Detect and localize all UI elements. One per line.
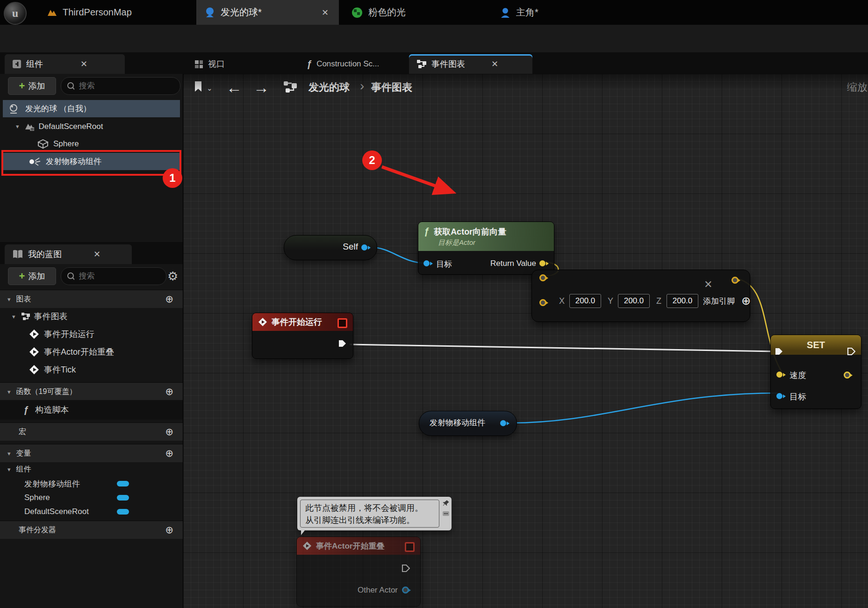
disable-toggle[interactable] bbox=[337, 318, 347, 328]
tab-main-character[interactable]: 主角* bbox=[500, 0, 538, 25]
set-target-input-pin[interactable] bbox=[776, 393, 782, 399]
chevron-down-icon[interactable]: ⌄ bbox=[207, 84, 213, 93]
caret-down-icon[interactable]: ▾ bbox=[16, 123, 19, 130]
exec-out-pin[interactable] bbox=[402, 564, 410, 572]
asset-tab-bar: u ThirdPersonMap 发光的球* ✕ 粉色的光 主角* bbox=[0, 0, 868, 25]
my-blueprint-search[interactable] bbox=[61, 267, 166, 285]
components-search-input[interactable] bbox=[78, 81, 174, 91]
node-event-beginplay[interactable]: 事件开始运行 bbox=[252, 313, 353, 359]
event-node-icon bbox=[29, 365, 39, 375]
exec-out-pin[interactable] bbox=[847, 347, 855, 356]
close-icon[interactable]: ✕ bbox=[80, 59, 87, 69]
velocity-input-pin[interactable] bbox=[776, 372, 782, 378]
row-event-actoroverlap[interactable]: 事件Actor开始重叠 bbox=[0, 343, 183, 361]
node-self[interactable]: Self bbox=[284, 235, 377, 260]
velocity-output-pin[interactable] bbox=[844, 372, 851, 379]
add-component-button[interactable]: + 添加 bbox=[8, 77, 56, 95]
nav-back-icon[interactable]: ← bbox=[226, 79, 242, 97]
x-value-field[interactable] bbox=[569, 294, 601, 308]
exec-in-pin[interactable] bbox=[775, 347, 783, 356]
multiply-input-b-pin[interactable] bbox=[539, 299, 546, 306]
node-event-actor-begin-overlap[interactable]: 事件Actor开始重叠 Other Actor bbox=[296, 536, 421, 607]
event-graph-icon bbox=[416, 59, 427, 69]
variable-row-projectile[interactable]: 发射物移动组件 bbox=[0, 477, 183, 491]
node-projectile-movement-getter[interactable]: 发射物移动组件 bbox=[419, 411, 517, 436]
tab-my-blueprint[interactable]: 我的蓝图 ✕ bbox=[5, 244, 132, 264]
row-event-graph[interactable]: ▾ 事件图表 bbox=[0, 308, 183, 325]
object-type-pill[interactable] bbox=[117, 509, 129, 515]
row-event-beginplay[interactable]: 事件开始运行 bbox=[0, 325, 183, 343]
my-blueprint-search-input[interactable] bbox=[78, 271, 160, 281]
tab-event-graph[interactable]: 事件图表 ✕ bbox=[409, 54, 532, 74]
row-construction-script[interactable]: ƒ 构造脚本 bbox=[0, 400, 183, 420]
z-value-field[interactable] bbox=[667, 294, 698, 308]
annotation-step-1: 1 bbox=[163, 168, 182, 188]
bookmark-icon[interactable] bbox=[194, 80, 205, 93]
section-functions[interactable]: ▾ 函数（19可覆盖） ⊕ bbox=[0, 382, 183, 401]
breadcrumb-root[interactable]: 发光的球 bbox=[308, 80, 350, 94]
add-dispatcher-icon[interactable]: ⊕ bbox=[165, 524, 173, 536]
blueprint-settings-gear-icon[interactable]: ⚙ bbox=[167, 269, 178, 284]
add-function-icon[interactable]: ⊕ bbox=[165, 386, 173, 397]
node-set-velocity[interactable]: SET 速度 目标 bbox=[770, 335, 861, 409]
tab-viewport[interactable]: 视口 bbox=[187, 54, 302, 74]
variable-row-defaultsceneroot[interactable]: DefaultSceneRoot bbox=[0, 505, 183, 519]
row-event-tick[interactable]: 事件Tick bbox=[0, 361, 183, 379]
tab-glowing-ball[interactable]: 发光的球* ✕ bbox=[196, 0, 339, 25]
disable-toggle[interactable] bbox=[405, 542, 415, 552]
section-macros[interactable]: 宏 ⊕ bbox=[0, 422, 183, 441]
group-components[interactable]: ▾ 组件 bbox=[0, 462, 183, 477]
component-row-defaultsceneroot[interactable]: ▾ DefaultSceneRoot bbox=[3, 118, 180, 135]
node-multiply-vector[interactable]: ✕ X Y Z 添加引脚 ⊕ bbox=[531, 270, 750, 322]
add-macro-icon[interactable]: ⊕ bbox=[165, 426, 173, 437]
multiply-operator: ✕ bbox=[704, 279, 712, 291]
multiply-input-a-pin[interactable] bbox=[539, 274, 546, 281]
add-pin-icon[interactable]: ⊕ bbox=[741, 294, 751, 308]
section-variables[interactable]: ▾ 变量 ⊕ bbox=[0, 444, 183, 462]
y-value-field[interactable] bbox=[618, 294, 650, 308]
search-icon bbox=[67, 272, 74, 280]
pin-icon[interactable] bbox=[441, 499, 450, 508]
close-icon[interactable]: ✕ bbox=[322, 7, 329, 18]
add-graph-icon[interactable]: ⊕ bbox=[165, 293, 173, 305]
section-graphs[interactable]: ▾ 图表 ⊕ bbox=[0, 290, 183, 308]
tab-pink-light[interactable]: 粉色的光 bbox=[352, 0, 406, 25]
node-get-actor-forward-vector[interactable]: ƒ 获取Actor向前向量 目标是Actor 目标 Return Value bbox=[418, 222, 554, 275]
annotation-step-2: 2 bbox=[362, 150, 382, 170]
tab-components-panel[interactable]: 组件 ✕ bbox=[5, 54, 125, 74]
multiply-output-pin[interactable] bbox=[732, 277, 739, 284]
section-event-dispatchers[interactable]: 事件分发器 ⊕ bbox=[0, 521, 183, 539]
character-icon bbox=[500, 7, 510, 18]
components-icon bbox=[12, 59, 22, 69]
tab-thirdpersonmap[interactable]: ThirdPersonMap bbox=[47, 0, 132, 25]
viewport-icon bbox=[194, 60, 203, 69]
close-icon[interactable]: ✕ bbox=[491, 59, 498, 69]
add-variable-icon[interactable]: ⊕ bbox=[165, 448, 173, 459]
components-search[interactable] bbox=[61, 77, 180, 95]
tooltip-tail bbox=[301, 530, 305, 535]
node-info-icon bbox=[442, 511, 450, 516]
close-icon[interactable]: ✕ bbox=[93, 249, 100, 259]
tab-construction-script[interactable]: ƒ Construction Sc... bbox=[299, 54, 422, 74]
variable-row-sphere[interactable]: Sphere bbox=[0, 491, 183, 505]
event-graph-canvas[interactable]: ⌄ ← → 发光的球 › 事件图表 缩放 bbox=[183, 74, 868, 608]
object-type-pill[interactable] bbox=[117, 481, 129, 486]
object-type-pill[interactable] bbox=[117, 495, 129, 501]
nav-forward-icon[interactable]: → bbox=[253, 79, 269, 97]
annotation-highlight-box bbox=[1, 150, 181, 176]
book-icon bbox=[12, 250, 23, 259]
other-actor-pin[interactable] bbox=[402, 587, 409, 594]
getter-output-pin[interactable] bbox=[500, 420, 506, 426]
add-blueprint-item-button[interactable]: + 添加 bbox=[8, 267, 56, 285]
actor-sphere-icon bbox=[8, 104, 19, 114]
search-icon bbox=[67, 82, 74, 90]
component-row-self[interactable]: 发光的球 （自我） bbox=[3, 100, 180, 117]
zoom-label: 缩放 bbox=[847, 80, 868, 94]
return-value-pin[interactable] bbox=[539, 260, 545, 266]
function-icon: ƒ bbox=[307, 59, 312, 70]
exec-out-pin[interactable] bbox=[338, 339, 346, 348]
self-output-pin[interactable] bbox=[361, 244, 367, 250]
target-input-pin[interactable] bbox=[423, 260, 430, 266]
disabled-node-tooltip: 此节点被禁用，将不会被调用。 从引脚连出引线来编译功能。 bbox=[297, 497, 452, 530]
unreal-logo-icon[interactable]: u bbox=[4, 2, 27, 25]
